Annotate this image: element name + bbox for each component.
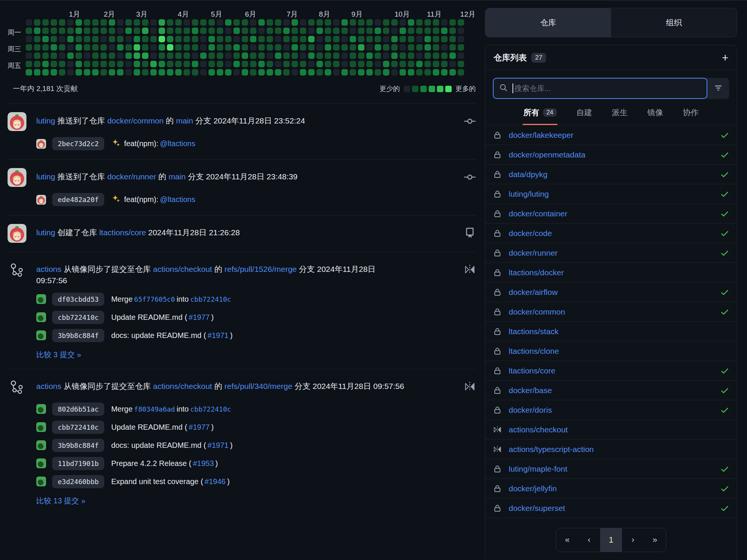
heatmap-cell[interactable] (433, 69, 439, 76)
heatmap-cell[interactable] (142, 19, 148, 26)
heatmap-cell[interactable] (292, 19, 298, 26)
heatmap-cell[interactable] (366, 44, 373, 51)
heatmap-cell[interactable] (134, 36, 140, 42)
heatmap-cell[interactable] (34, 36, 40, 42)
heatmap-cell[interactable] (258, 52, 265, 59)
heatmap-cell[interactable] (134, 19, 140, 26)
heatmap-cell[interactable] (125, 36, 132, 42)
heatmap-cell[interactable] (375, 36, 381, 42)
heatmap-cell[interactable] (292, 52, 298, 59)
heatmap-cell[interactable] (92, 61, 99, 67)
heatmap-cell[interactable] (59, 44, 65, 51)
heatmap-cell[interactable] (26, 69, 32, 76)
commit-hash-badge[interactable]: 11bd71901b (52, 457, 104, 470)
repo-name-link[interactable]: docker/common (509, 307, 565, 316)
heatmap-cell[interactable] (59, 69, 65, 76)
pagination-last[interactable]: » (644, 528, 666, 552)
heatmap-cell[interactable] (59, 19, 65, 26)
heatmap-cell[interactable] (51, 44, 57, 51)
heatmap-cell[interactable] (233, 36, 240, 42)
heatmap-cell[interactable] (125, 61, 132, 67)
heatmap-cell[interactable] (200, 19, 207, 26)
inline-link[interactable]: luting (36, 172, 55, 181)
heatmap-cell[interactable] (308, 44, 315, 51)
heatmap-cell[interactable] (292, 44, 298, 51)
tab-orgs[interactable]: 组织 (611, 8, 737, 37)
heatmap-cell[interactable] (316, 61, 323, 67)
heatmap-cell[interactable] (92, 28, 99, 34)
heatmap-cell[interactable] (366, 61, 373, 67)
heatmap-cell[interactable] (67, 69, 74, 76)
heatmap-cell[interactable] (275, 61, 281, 67)
heatmap-cell[interactable] (350, 69, 356, 76)
heatmap-cell[interactable] (175, 69, 182, 76)
heatmap-cell[interactable] (383, 28, 389, 34)
heatmap-cell[interactable] (408, 44, 414, 51)
heatmap-cell[interactable] (400, 44, 406, 51)
heatmap-cell[interactable] (76, 19, 82, 26)
heatmap-cell[interactable] (100, 44, 107, 51)
heatmap-cell[interactable] (383, 52, 389, 59)
heatmap-cell[interactable] (125, 52, 132, 59)
heatmap-cell[interactable] (366, 36, 373, 42)
heatmap-cell[interactable] (84, 28, 90, 34)
heatmap-cell[interactable] (117, 28, 123, 34)
heatmap-cell[interactable] (42, 69, 49, 76)
heatmap-cell[interactable] (283, 44, 290, 51)
heatmap-cell[interactable] (26, 36, 32, 42)
heatmap-cell[interactable] (225, 44, 232, 51)
heatmap-cell[interactable] (100, 69, 107, 76)
heatmap-cell[interactable] (150, 44, 157, 51)
inline-link[interactable]: luting (36, 116, 55, 125)
heatmap-cell[interactable] (67, 61, 74, 67)
heatmap-cell[interactable] (125, 44, 132, 51)
commit-hash-badge[interactable]: cbb722410c (52, 421, 104, 434)
heatmap-cell[interactable] (242, 19, 248, 26)
heatmap-cell[interactable] (42, 52, 49, 59)
heatmap-cell[interactable] (217, 52, 223, 59)
heatmap-cell[interactable] (200, 36, 207, 42)
repo-name-link[interactable]: ltactions/docker (509, 268, 564, 277)
heatmap-cell[interactable] (242, 36, 248, 42)
heatmap-cell[interactable] (333, 44, 340, 51)
heatmap-cell[interactable] (250, 36, 256, 42)
heatmap-cell[interactable] (391, 52, 398, 59)
heatmap-cell[interactable] (341, 28, 348, 34)
heatmap-cell[interactable] (150, 28, 157, 34)
heatmap-cell[interactable] (375, 69, 381, 76)
tab-repos[interactable]: 仓库 (485, 8, 611, 37)
repo-row[interactable]: docker/runner (485, 243, 737, 263)
heatmap-cell[interactable] (275, 19, 281, 26)
heatmap-cell[interactable] (333, 61, 340, 67)
heatmap-cell[interactable] (458, 61, 464, 67)
heatmap-cell[interactable] (233, 19, 240, 26)
heatmap-cell[interactable] (458, 69, 464, 76)
heatmap-cell[interactable] (233, 44, 240, 51)
heatmap-cell[interactable] (416, 61, 423, 67)
inline-link[interactable]: #1953 (193, 459, 214, 468)
heatmap-cell[interactable] (100, 28, 107, 34)
heatmap-cell[interactable] (159, 28, 165, 34)
heatmap-cell[interactable] (92, 44, 99, 51)
repo-row[interactable]: luting/luting (485, 184, 737, 204)
heatmap-cell[interactable] (433, 61, 439, 67)
heatmap-cell[interactable] (267, 44, 273, 51)
heatmap-cell[interactable] (292, 28, 298, 34)
filter-tab[interactable]: 自建 (576, 106, 593, 125)
heatmap-cell[interactable] (192, 44, 198, 51)
heatmap-cell[interactable] (225, 28, 232, 34)
heatmap-cell[interactable] (325, 61, 331, 67)
heatmap-cell[interactable] (26, 44, 32, 51)
heatmap-cell[interactable] (242, 69, 248, 76)
heatmap-cell[interactable] (333, 28, 340, 34)
heatmap-cell[interactable] (441, 44, 448, 51)
heatmap-cell[interactable] (167, 52, 173, 59)
inline-link[interactable]: docker/runner (107, 172, 156, 181)
repo-name-link[interactable]: docker/container (509, 209, 567, 218)
heatmap-cell[interactable] (375, 52, 381, 59)
repo-name-link[interactable]: ltactions/stack (509, 327, 559, 336)
heatmap-cell[interactable] (316, 69, 323, 76)
heatmap-cell[interactable] (391, 61, 398, 67)
commit-hash-badge[interactable]: ede482a20f (52, 193, 104, 206)
repo-row[interactable]: docker/base (485, 381, 737, 400)
